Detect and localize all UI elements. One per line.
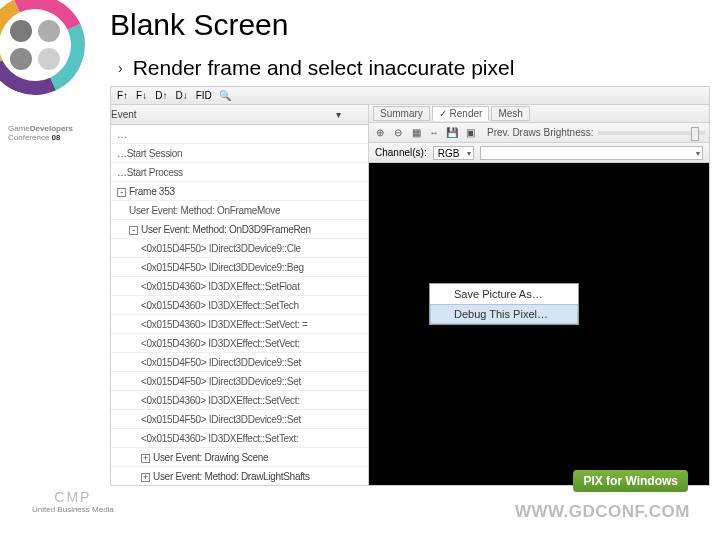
event-header: Event ▾ <box>111 105 368 125</box>
toolbar-btn[interactable]: FID <box>194 90 214 101</box>
event-text: … <box>117 129 127 140</box>
expander-icon[interactable]: - <box>117 188 126 197</box>
event-row[interactable]: User Event: Method: OnFrameMove <box>111 201 368 220</box>
event-text: …Start Process <box>117 167 183 178</box>
bullet-text: Render frame and select inaccurate pixel <box>133 56 515 80</box>
top-toolbar: F↑ F↓ D↑ D↓ FID 🔍 <box>111 87 709 105</box>
channels-combo[interactable]: RGB <box>433 146 475 160</box>
event-text: User Event: Method: OnFrameMove <box>129 205 280 216</box>
toolbar-btn[interactable]: D↓ <box>173 90 189 101</box>
toolbar-btn[interactable]: F↑ <box>115 90 130 101</box>
tab-render[interactable]: ✓ Render <box>432 106 490 121</box>
event-header-label: Event <box>111 109 137 120</box>
tab-bar: Summary ✓ Render Mesh <box>369 105 709 123</box>
event-row[interactable]: -Frame 353 <box>111 182 368 201</box>
save-icon[interactable]: 💾 <box>445 126 459 140</box>
event-row[interactable]: <0x015D4F50> IDirect3DDevice9::Set <box>111 410 368 429</box>
toolbar-btn[interactable]: D↑ <box>153 90 169 101</box>
render-pane: Summary ✓ Render Mesh ⊕ ⊖ ▦ ↔ 💾 ▣ Prev. … <box>369 105 709 485</box>
expander-icon[interactable]: + <box>141 454 150 463</box>
event-row[interactable]: <0x015D4F50> IDirect3DDevice9::Beg <box>111 258 368 277</box>
event-row[interactable]: <0x015D4360> ID3DXEffect::SetVect: <box>111 334 368 353</box>
event-text: <0x015D4F50> IDirect3DDevice9::Set <box>141 376 301 387</box>
event-text: User Event: Drawing Scene <box>153 452 268 463</box>
fit-icon[interactable]: ↔ <box>427 126 441 140</box>
event-row[interactable]: <0x015D4360> ID3DXEffect::SetVect: <box>111 391 368 410</box>
picture-icon[interactable]: ▣ <box>463 126 477 140</box>
tab-summary[interactable]: Summary <box>373 106 430 121</box>
brightness-label: Prev. Draws Brightness: <box>487 127 594 138</box>
event-list[interactable]: ……Start Session…Start Process-Frame 353U… <box>111 125 368 485</box>
event-row[interactable]: … <box>111 125 368 144</box>
event-row[interactable]: <0x015D4F50> IDirect3DDevice9::Cle <box>111 239 368 258</box>
checkmark-icon: ✓ <box>439 108 450 119</box>
event-text: User Event: Method: OnD3D9FrameRen <box>141 224 311 235</box>
event-row[interactable]: +User Event: Drawing Scene <box>111 448 368 467</box>
event-row[interactable]: <0x015D4F50> IDirect3DDevice9::Set <box>111 372 368 391</box>
slide-title: Blank Screen <box>110 8 288 42</box>
event-text: <0x015D4F50> IDirect3DDevice9::Set <box>141 414 301 425</box>
pix-badge: PIX for Windows <box>573 470 688 492</box>
tab-mesh[interactable]: Mesh <box>491 106 529 121</box>
render-viewport[interactable]: Save Picture As… Debug This Pixel… <box>369 163 709 485</box>
expander-icon[interactable]: - <box>129 226 138 235</box>
target-combo[interactable] <box>480 146 703 160</box>
event-row[interactable]: <0x015D4360> ID3DXEffect::SetTech <box>111 296 368 315</box>
channel-toolbar: Channel(s): RGB <box>369 143 709 163</box>
event-text: <0x015D4360> ID3DXEffect::SetFloat <box>141 281 300 292</box>
context-menu: Save Picture As… Debug This Pixel… <box>429 283 579 325</box>
ctx-debug-pixel[interactable]: Debug This Pixel… <box>430 304 578 324</box>
event-text: <0x015D4F50> IDirect3DDevice9::Cle <box>141 243 301 254</box>
zoom-in-icon[interactable]: ⊕ <box>373 126 387 140</box>
event-text: <0x015D4360> ID3DXEffect::SetText: <box>141 433 299 444</box>
event-text: <0x015D4F50> IDirect3DDevice9::Set <box>141 357 301 368</box>
gdc-label: GameDevelopersConference 08 <box>8 124 73 142</box>
event-text: <0x015D4360> ID3DXEffect::SetVect: <box>141 338 300 349</box>
event-text: <0x015D4360> ID3DXEffect::SetVect: = <box>141 319 308 330</box>
event-text: Frame 353 <box>129 186 175 197</box>
expander-icon[interactable]: + <box>141 473 150 482</box>
event-text: …Start Session <box>117 148 182 159</box>
brightness-slider[interactable] <box>598 131 705 135</box>
event-text: <0x015D4360> ID3DXEffect::SetVect: <box>141 395 300 406</box>
event-row[interactable]: -User Event: Method: OnD3D9FrameRen <box>111 220 368 239</box>
slide-bullet: › Render frame and select inaccurate pix… <box>118 56 514 80</box>
ctx-save-picture[interactable]: Save Picture As… <box>430 284 578 304</box>
event-row[interactable]: <0x015D4F50> IDirect3DDevice9::Set <box>111 353 368 372</box>
pix-app-window: F↑ F↓ D↑ D↓ FID 🔍 Event ▾ ……Start Sessio… <box>110 86 710 486</box>
event-row[interactable]: <0x015D4360> ID3DXEffect::SetFloat <box>111 277 368 296</box>
event-row[interactable]: +User Event: Method: DrawLightShafts <box>111 467 368 485</box>
dropdown-icon[interactable]: ▾ <box>336 109 348 120</box>
event-pane: Event ▾ ……Start Session…Start Process-Fr… <box>111 105 369 485</box>
grid-icon[interactable]: ▦ <box>409 126 423 140</box>
event-row[interactable]: <0x015D4360> ID3DXEffect::SetText: <box>111 429 368 448</box>
cmp-logo: CMP United Business Media <box>32 489 114 514</box>
event-row[interactable]: <0x015D4360> ID3DXEffect::SetVect: = <box>111 315 368 334</box>
event-text: User Event: Method: DrawLightShafts <box>153 471 310 482</box>
render-toolbar: ⊕ ⊖ ▦ ↔ 💾 ▣ Prev. Draws Brightness: <box>369 123 709 143</box>
conference-logo <box>0 0 90 100</box>
channels-label: Channel(s): <box>375 147 427 158</box>
gdconf-url: WWW.GDCONF.COM <box>515 502 690 522</box>
search-icon[interactable]: 🔍 <box>218 89 232 103</box>
event-row[interactable]: …Start Process <box>111 163 368 182</box>
event-text: <0x015D4F50> IDirect3DDevice9::Beg <box>141 262 304 273</box>
event-text: <0x015D4360> ID3DXEffect::SetTech <box>141 300 299 311</box>
toolbar-btn[interactable]: F↓ <box>134 90 149 101</box>
bullet-icon: › <box>118 60 123 76</box>
event-row[interactable]: …Start Session <box>111 144 368 163</box>
zoom-out-icon[interactable]: ⊖ <box>391 126 405 140</box>
